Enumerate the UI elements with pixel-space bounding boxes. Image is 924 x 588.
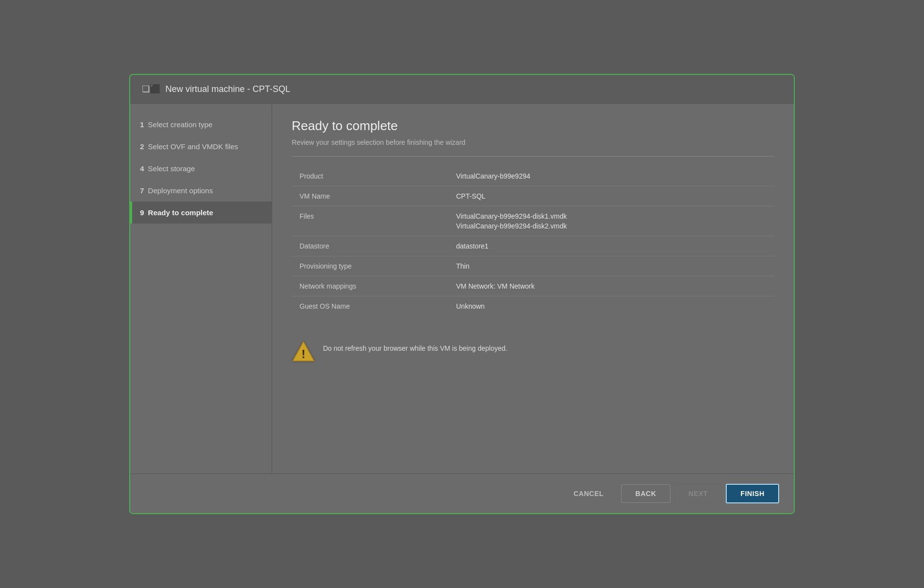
sidebar-item-9-number: 9 (140, 208, 144, 217)
sidebar-item-9[interactable]: 9 Ready to complete (130, 202, 272, 224)
label-network: Network mappings (292, 276, 448, 296)
sidebar-item-1-number: 1 (140, 120, 144, 129)
vm-icon: ❏⬛ (142, 84, 161, 94)
footer: CANCEL BACK NEXT FINISH (130, 474, 794, 513)
sidebar-item-4[interactable]: 4 Select storage (130, 158, 272, 180)
label-provisioning: Provisioning type (292, 256, 448, 276)
value-guestos: Unknown (448, 296, 774, 317)
row-datastore: Datastore datastore1 (292, 236, 774, 256)
label-guestos: Guest OS Name (292, 296, 448, 317)
dialog-window: ❏⬛ New virtual machine - CPT-SQL 1 Selec… (129, 74, 795, 514)
sidebar-item-4-label: Select storage (148, 164, 195, 173)
label-vmname: VM Name (292, 186, 448, 206)
sidebar-item-7-label: Deployment options (148, 186, 213, 195)
sidebar-item-2-number: 2 (140, 142, 144, 151)
row-network: Network mappings VM Network: VM Network (292, 276, 774, 296)
row-files: Files VirtualCanary-b99e9294-disk1.vmdk … (292, 206, 774, 236)
summary-table: Product VirtualCanary-b99e9294 VM Name C… (292, 166, 774, 316)
svg-text:!: ! (301, 347, 305, 361)
sidebar-item-9-label: Ready to complete (148, 208, 213, 217)
label-product: Product (292, 166, 448, 186)
title-divider (292, 156, 774, 157)
sidebar-item-4-number: 4 (140, 164, 144, 173)
sidebar-item-7[interactable]: 7 Deployment options (130, 180, 272, 202)
next-button: NEXT (674, 484, 722, 503)
row-product: Product VirtualCanary-b99e9294 (292, 166, 774, 186)
sidebar-item-7-number: 7 (140, 186, 144, 195)
window-title: New virtual machine - CPT-SQL (165, 84, 290, 94)
value-vmname: CPT-SQL (448, 186, 774, 206)
value-provisioning: Thin (448, 256, 774, 276)
sidebar-item-1[interactable]: 1 Select creation type (130, 113, 272, 136)
value-network: VM Network: VM Network (448, 276, 774, 296)
sidebar: 1 Select creation type 2 Select OVF and … (130, 104, 272, 474)
file-2: VirtualCanary-b99e9294-disk2.vmdk (456, 222, 766, 230)
file-1: VirtualCanary-b99e9294-disk1.vmdk (456, 212, 766, 220)
warning-section: ! Do not refresh your browser while this… (292, 336, 774, 370)
row-vmname: VM Name CPT-SQL (292, 186, 774, 206)
page-title: Ready to complete (292, 118, 774, 134)
cancel-button[interactable]: CANCEL (560, 485, 617, 502)
warning-text: Do not refresh your browser while this V… (323, 340, 508, 352)
sidebar-item-2[interactable]: 2 Select OVF and VMDK files (130, 136, 272, 158)
page-subtitle: Review your settings selection before fi… (292, 138, 774, 146)
main-panel: Ready to complete Review your settings s… (272, 104, 794, 474)
sidebar-item-1-label: Select creation type (148, 120, 212, 129)
value-files: VirtualCanary-b99e9294-disk1.vmdk Virtua… (448, 206, 774, 236)
back-button[interactable]: BACK (621, 484, 670, 503)
label-files: Files (292, 206, 448, 236)
finish-button[interactable]: FINISH (726, 484, 779, 503)
sidebar-item-2-label: Select OVF and VMDK files (148, 142, 238, 151)
warning-icon: ! (292, 340, 315, 365)
row-provisioning: Provisioning type Thin (292, 256, 774, 276)
label-datastore: Datastore (292, 236, 448, 256)
value-product: VirtualCanary-b99e9294 (448, 166, 774, 186)
row-guestos: Guest OS Name Unknown (292, 296, 774, 317)
value-datastore: datastore1 (448, 236, 774, 256)
title-bar: ❏⬛ New virtual machine - CPT-SQL (130, 75, 794, 104)
content-area: 1 Select creation type 2 Select OVF and … (130, 104, 794, 474)
